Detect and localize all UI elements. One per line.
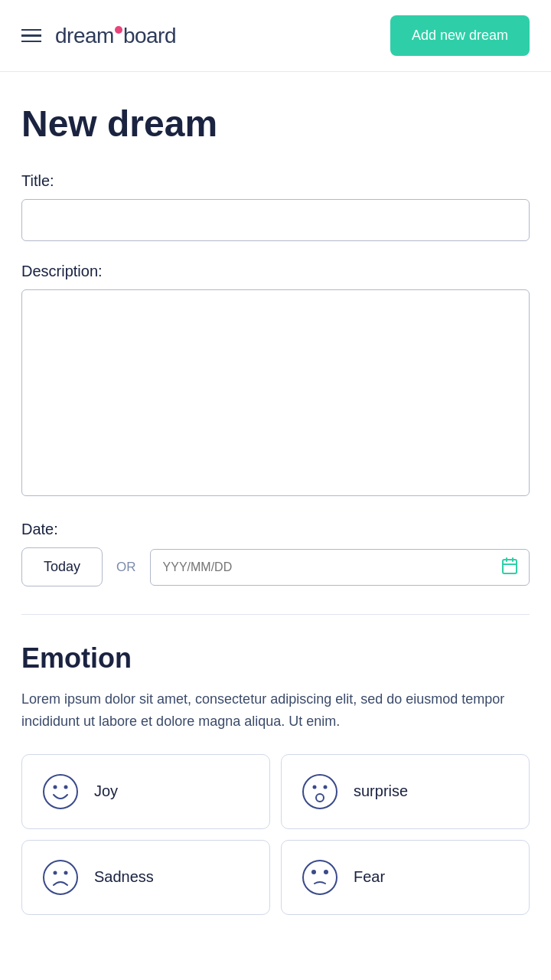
section-divider (21, 614, 530, 615)
svg-point-8 (313, 785, 317, 789)
svg-rect-0 (503, 560, 517, 573)
svg-point-12 (54, 871, 57, 874)
header-left: dreamboard (21, 24, 176, 48)
menu-button[interactable] (21, 29, 41, 43)
svg-point-5 (54, 785, 57, 789)
joy-icon (41, 772, 80, 812)
date-input-wrapper (150, 549, 530, 586)
emotion-card-surprise[interactable]: surprise (281, 754, 530, 829)
date-input[interactable] (150, 549, 530, 586)
svg-point-4 (44, 775, 77, 808)
sadness-label: Sadness (94, 868, 154, 886)
sadness-icon (41, 858, 80, 897)
calendar-icon[interactable] (500, 557, 519, 578)
surprise-label: surprise (354, 782, 408, 800)
svg-point-7 (303, 775, 337, 808)
description-group: Description: (21, 263, 530, 499)
add-new-dream-button[interactable]: Add new dream (390, 15, 530, 56)
emotion-title: Emotion (21, 642, 530, 675)
emotion-description: Lorem ipsum dolor sit amet, consectetur … (21, 688, 530, 733)
logo: dreamboard (55, 24, 176, 48)
svg-point-11 (44, 861, 77, 894)
date-row: Today OR (21, 547, 530, 586)
emotion-grid: Joy surprise Sad (21, 754, 530, 915)
emotion-section: Emotion Lorem ipsum dolor sit amet, cons… (21, 642, 530, 915)
svg-point-6 (64, 785, 68, 789)
svg-point-14 (303, 861, 337, 894)
logo-dot (115, 26, 122, 34)
title-input[interactable] (21, 199, 530, 241)
svg-point-9 (324, 785, 328, 789)
fear-icon (300, 858, 340, 897)
main-content: New dream Title: Description: Date: Toda… (0, 72, 551, 973)
description-input[interactable] (21, 289, 530, 496)
or-text: OR (116, 560, 136, 575)
title-label: Title: (21, 172, 530, 190)
title-group: Title: (21, 172, 530, 241)
svg-point-10 (316, 794, 324, 802)
today-button[interactable]: Today (21, 547, 103, 586)
emotion-card-sadness[interactable]: Sadness (21, 840, 270, 915)
emotion-card-joy[interactable]: Joy (21, 754, 270, 829)
svg-point-16 (324, 870, 328, 874)
surprise-icon (300, 772, 340, 812)
svg-point-13 (64, 871, 68, 874)
logo-dream-text: dream (55, 24, 114, 48)
joy-label: Joy (94, 782, 118, 800)
emotion-card-fear[interactable]: Fear (281, 840, 530, 915)
fear-label: Fear (354, 868, 385, 886)
description-label: Description: (21, 263, 530, 280)
svg-point-15 (311, 870, 316, 874)
date-section: Date: Today OR (21, 521, 530, 586)
page-title: New dream (21, 103, 530, 145)
header: dreamboard Add new dream (0, 0, 551, 72)
logo-board-text: board (123, 24, 176, 48)
date-label: Date: (21, 521, 530, 538)
